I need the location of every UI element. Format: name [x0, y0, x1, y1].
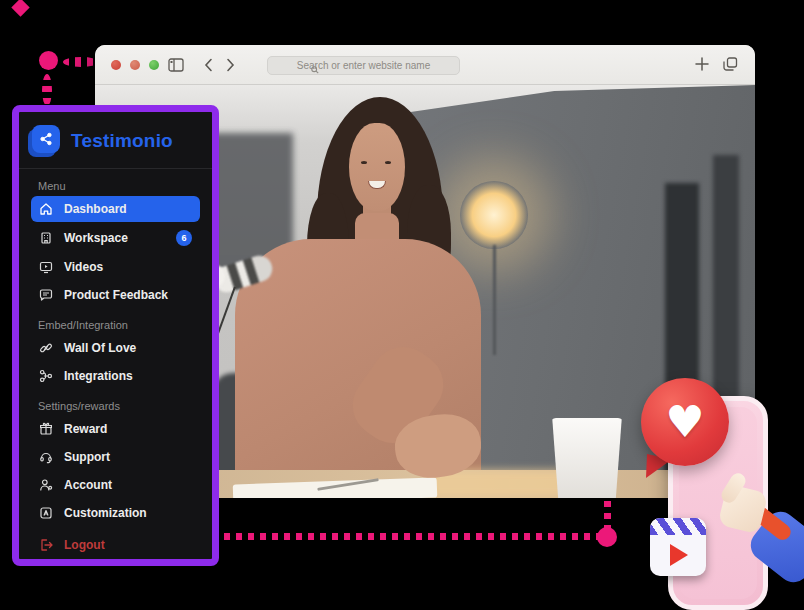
pink-circle-top-decor	[39, 51, 58, 70]
sidebar-item-label: Account	[64, 478, 112, 492]
clapperboard-icon	[650, 518, 706, 576]
lamp-pole-shape	[493, 245, 496, 355]
sidebar-item-product-feedback[interactable]: Product Feedback	[31, 282, 200, 308]
traffic-light-close[interactable]	[111, 60, 121, 70]
account-icon	[39, 478, 53, 492]
sidebar-item-label: Logout	[64, 538, 105, 552]
share-logo-icon	[31, 126, 61, 156]
eye-shape	[385, 161, 391, 164]
sidebar-item-integrations[interactable]: Integrations	[31, 363, 200, 389]
heart-speech-bubble: ♥	[641, 378, 729, 466]
reward-icon	[39, 422, 53, 436]
coffee-cup-shape	[550, 418, 624, 498]
feedback-icon	[39, 288, 53, 302]
sidebar-item-label: Integrations	[64, 369, 133, 383]
wall-of-love-icon	[39, 341, 53, 355]
clapperboard-stripes	[650, 518, 706, 535]
browser-toolbar	[95, 45, 755, 85]
customization-icon	[39, 506, 53, 520]
sidebar-item-dashboard[interactable]: Dashboard	[31, 196, 200, 222]
sidebar-item-label: Videos	[64, 260, 103, 274]
sidebar-item-reward[interactable]: Reward	[31, 416, 200, 442]
traffic-light-zoom[interactable]	[149, 60, 159, 70]
section-header-menu: Menu	[38, 180, 200, 192]
search-input[interactable]	[267, 56, 460, 75]
tab-overview-icon[interactable]	[719, 54, 741, 74]
sidebar-toggle-icon[interactable]	[165, 55, 187, 75]
sidebar-item-label: Dashboard	[64, 202, 127, 216]
dotted-line-bottom-horizontal	[224, 533, 598, 540]
home-icon	[39, 202, 53, 216]
forward-icon[interactable]	[219, 55, 241, 75]
sidebar-item-support[interactable]: Support	[31, 444, 200, 470]
workspace-count-badge: 6	[176, 230, 192, 246]
dotted-line-top-vertical	[42, 74, 52, 106]
dotted-line-bottom-vertical	[604, 501, 611, 528]
workspace-icon	[39, 231, 53, 245]
sidebar-item-videos[interactable]: Videos	[31, 254, 200, 280]
pink-circle-bottom-decor	[597, 527, 617, 547]
new-tab-icon[interactable]	[691, 54, 713, 74]
sidebar-item-label: Wall Of Love	[64, 341, 136, 355]
dotted-line-top-horizontal	[63, 57, 99, 67]
integrations-icon	[39, 369, 53, 383]
play-icon	[670, 544, 688, 566]
app-sidebar: Testimonio Menu Dashboard Workspace 6 Vi…	[12, 105, 219, 566]
section-header-embed: Embed/Integration	[38, 319, 200, 331]
logout-icon	[39, 538, 53, 552]
brand-name: Testimonio	[71, 130, 173, 152]
traffic-light-minimize[interactable]	[130, 60, 140, 70]
woman-face-shape	[349, 123, 405, 211]
sidebar-item-label: Customization	[64, 506, 147, 520]
pink-diamond-decor	[11, 0, 29, 17]
sidebar-item-wall-of-love[interactable]: Wall Of Love	[31, 335, 200, 361]
sidebar-item-customization[interactable]: Customization	[31, 500, 200, 526]
sidebar-item-workspace[interactable]: Workspace 6	[31, 224, 200, 252]
lamp-glow-shape	[460, 181, 528, 249]
screenshot-root: Testimonio Menu Dashboard Workspace 6 Vi…	[0, 0, 804, 610]
sidebar-item-logout[interactable]: Logout	[31, 532, 200, 558]
smile-shape	[368, 181, 386, 189]
sidebar-item-label: Workspace	[64, 231, 128, 245]
sidebar-item-label: Support	[64, 450, 110, 464]
decor-3d-group: ♥	[630, 370, 804, 610]
section-header-settings: Settings/rewards	[38, 400, 200, 412]
heart-icon: ♥	[665, 400, 704, 444]
back-icon[interactable]	[197, 55, 219, 75]
sidebar-item-label: Product Feedback	[64, 288, 168, 302]
support-icon	[39, 450, 53, 464]
videos-icon	[39, 260, 53, 274]
brand: Testimonio	[31, 122, 200, 160]
sidebar-item-label: Reward	[64, 422, 107, 436]
divider	[19, 168, 212, 169]
sidebar-item-account[interactable]: Account	[31, 472, 200, 498]
eye-shape	[361, 161, 367, 164]
